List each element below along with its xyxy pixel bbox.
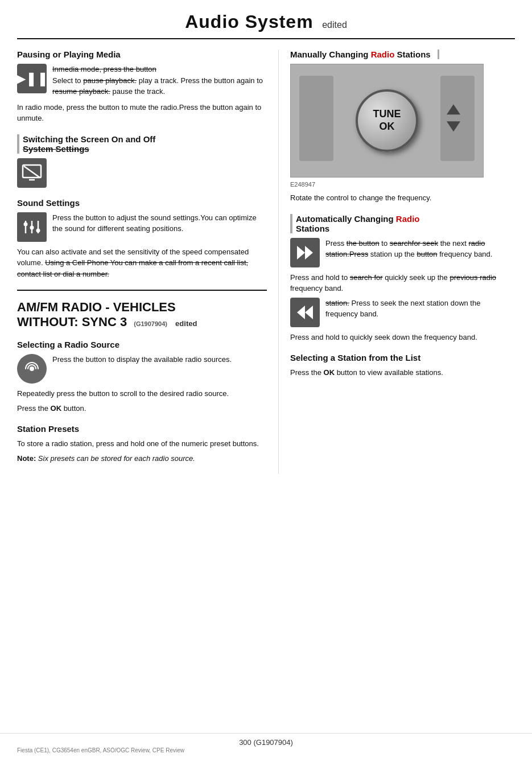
amfm-title: AM/FM RADIO - VEHICLES WITHOUT: SYNC 3 (… [17, 300, 267, 329]
pausing-icon-text: Inmedia mode, press the button Select to… [52, 64, 267, 97]
screen-icon-container [17, 158, 267, 188]
page-title: Audio System [185, 11, 313, 32]
amfm-title-line1: AM/FM RADIO - VEHICLES [17, 300, 176, 314]
fast-forward-icon [295, 242, 315, 263]
amfm-part-number: (G1907904) [134, 320, 167, 327]
pausing-para2: In radio mode, press the button to mute … [17, 102, 267, 124]
svg-point-9 [30, 366, 34, 371]
arrow-down-icon [447, 121, 460, 131]
screen-off-icon [22, 163, 42, 183]
auto-title-line2: Stations [296, 224, 329, 233]
pausing-strikethrough2: pause playback. [83, 76, 137, 85]
switching-title-text: Switching the Screen On and Off [23, 134, 155, 144]
sound-settings-section: Sound Settings Press the button to adjus… [17, 198, 267, 280]
selecting-source-para2: Repeatedly press the button to scroll to… [17, 388, 267, 399]
tune-arrows [447, 104, 460, 131]
cell-phone-strikethrough: Using a Cell Phone You can make a call f… [17, 258, 248, 278]
page-number: 300 [239, 738, 251, 747]
manually-para1: Rotate the control to change the frequen… [290, 192, 515, 204]
manually-title-radio: Radio [371, 50, 395, 59]
previous-radio-strikethrough: previous radio [449, 273, 496, 282]
tune-bg: TUNEOK [291, 64, 483, 177]
selecting-source-icon-text: Press the button to display the availabl… [52, 354, 267, 365]
rewind-icon-box [290, 298, 320, 327]
selecting-source-para3: Press the OK button. [17, 403, 267, 414]
note-text: Six presets can be stored for each radio… [38, 454, 195, 463]
selecting-station-section: Selecting a Station from the List Press … [290, 353, 515, 378]
note-label: Note: [17, 454, 36, 463]
manually-changing-title: Manually Changing Radio Stations [290, 50, 515, 59]
footer-part: (G1907904) [253, 738, 292, 747]
switching-title: Switching the Screen On and Off System S… [17, 134, 267, 154]
page: Audio System edited Pausing or Playing M… [0, 0, 532, 758]
search-for-strikethrough: search for [350, 273, 383, 282]
svg-point-4 [24, 222, 28, 226]
svg-point-6 [30, 225, 34, 229]
manually-title-start: Manually Changing [290, 50, 371, 59]
play-pause-icon-box: ▶❚❚ [17, 64, 47, 93]
pausing-strikethrough1: Inmedia mode, press the button [52, 65, 156, 73]
auto-changing-title: Automatically Changing Radio Stations [290, 214, 515, 233]
sound-settings-title: Sound Settings [17, 198, 267, 208]
rewind-icon-row: station. Press to seek the next station … [290, 298, 515, 327]
svg-marker-11 [305, 246, 313, 259]
footer-note: Fiesta (CE1), CG3654en enGBR, ASO/OGC Re… [17, 747, 184, 753]
station-presets-title: Station Presets [17, 424, 267, 434]
tune-knob: TUNEOK [356, 89, 418, 152]
forward-icon-box [290, 238, 320, 267]
auto-title-start: Automatically Changing [296, 214, 396, 224]
forward-icon-row: Press the button to searchfor seek the n… [290, 238, 515, 267]
sound-settings-para2: You can also activate and set the sensit… [17, 246, 267, 280]
sound-settings-icon-text: Press the button to adjust the sound set… [52, 212, 267, 234]
svg-line-1 [24, 166, 40, 178]
left-panel [299, 76, 333, 161]
screen-icon-box [17, 158, 47, 188]
main-content: Pausing or Playing Media ▶❚❚ Inmedia mod… [17, 50, 515, 474]
switching-subtitle: System Settings [23, 144, 89, 154]
station-presets-section: Station Presets To store a radio station… [17, 424, 267, 464]
svg-marker-12 [305, 306, 313, 319]
sliders-icon [21, 216, 43, 238]
station-presets-para1: To store a radio station, press and hold… [17, 438, 267, 450]
amfm-section: AM/FM RADIO - VEHICLES WITHOUT: SYNC 3 (… [17, 300, 267, 329]
radio-waves-icon [22, 359, 42, 378]
radio-source-icon-box [17, 354, 47, 384]
sound-settings-icon-row: Press the button to adjust the sound set… [17, 212, 267, 242]
left-column: Pausing or Playing Media ▶❚❚ Inmedia mod… [17, 50, 279, 474]
auto-title-radio: Radio [396, 214, 420, 224]
amfm-edited: edited [175, 319, 197, 328]
svg-marker-13 [297, 306, 305, 319]
searchfor-strikethrough: searchfor seek [390, 239, 438, 248]
arrow-up-icon [447, 104, 460, 114]
svg-marker-10 [297, 246, 305, 259]
amfm-title-line2: WITHOUT: SYNC 3 [17, 315, 127, 329]
selecting-source-title: Selecting a Radio Source [17, 340, 267, 349]
selecting-station-title: Selecting a Station from the List [290, 353, 515, 362]
button-strikethrough: button [416, 250, 437, 258]
selecting-station-para: Press the OK button to view available st… [290, 367, 515, 378]
pausing-title: Pausing or Playing Media [17, 50, 267, 59]
the-button-strikethrough: the button [347, 239, 380, 248]
play-pause-icon: ▶❚❚ [15, 71, 48, 86]
forward-icon-text: Press the button to searchfor seek the n… [325, 238, 515, 260]
tune-image: TUNEOK [290, 64, 484, 178]
figure-label: E248947 [290, 181, 515, 188]
manually-changing-section: Manually Changing Radio Stations TUNEOK [290, 50, 515, 204]
edited-badge: edited [322, 20, 347, 30]
pausing-strikethrough3: resume playback. [52, 87, 110, 96]
selecting-source-icon-row: Press the button to display the availabl… [17, 354, 267, 384]
rewind-icon-text: station. Press to seek the next station … [325, 298, 515, 320]
pausing-section: Pausing or Playing Media ▶❚❚ Inmedia mod… [17, 50, 267, 124]
station-presets-note: Note: Six presets can be stored for each… [17, 453, 267, 464]
switching-section: Switching the Screen On and Off System S… [17, 134, 267, 188]
ok-bold2: OK [324, 368, 335, 377]
hold-para1: Press and hold to search for quickly see… [290, 272, 515, 294]
page-footer: 300 (G1907904) [0, 733, 532, 747]
sound-settings-icon-box [17, 212, 47, 242]
pausing-icon-row: ▶❚❚ Inmedia mode, press the button Selec… [17, 64, 267, 97]
section-divider [17, 290, 267, 291]
manually-border-right [435, 50, 439, 59]
manually-title-end: Stations [394, 50, 430, 59]
selecting-source-section: Selecting a Radio Source Press the butto… [17, 340, 267, 414]
auto-changing-section: Automatically Changing Radio Stations Pr… [290, 214, 515, 343]
